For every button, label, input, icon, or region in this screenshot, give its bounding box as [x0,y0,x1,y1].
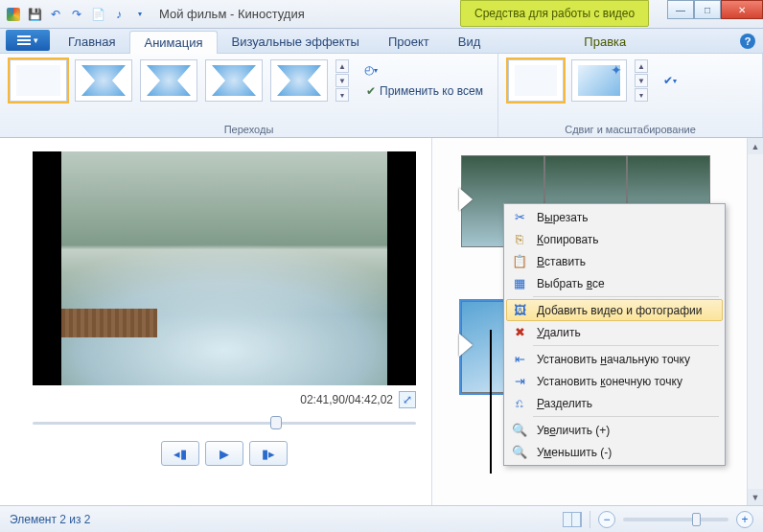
ctx-separator [533,296,719,297]
scissors-icon: ✂ [510,209,529,226]
ctx-separator [533,345,719,346]
tab-visual-effects[interactable]: Визуальные эффекты [218,30,374,53]
group-transitions: ▲ ▼ ▾ ◴▾ ✔ Применить ко всем Переходы [0,54,498,137]
undo-icon[interactable]: ↶ [46,5,65,24]
ctx-add-media[interactable]: 🖼 Добавить видео и фотографии [506,299,723,321]
panzoom-preset-1[interactable] [571,59,627,102]
scroll-up-icon[interactable]: ▲ [748,138,763,154]
document-icon[interactable]: 📄 [88,5,107,24]
preview-pane: 02:41,90/04:42,02 ⤢ ◂▮ ▶ ▮▸ [0,138,431,505]
transition-preset-1[interactable] [75,59,132,102]
next-frame-button[interactable]: ▮▸ [249,441,288,466]
panzoom-apply-icon[interactable]: ✔▾ [661,72,679,89]
app-icon[interactable] [4,5,23,24]
clip-start-marker-icon [459,334,473,357]
quick-access-toolbar: 💾 ↶ ↷ 📄 ♪ ▾ [4,5,150,24]
status-item-count: Элемент 2 из 2 [10,513,91,526]
redo-icon[interactable]: ↷ [67,5,86,24]
view-mode-icon[interactable] [563,512,582,527]
ctx-copy[interactable]: ⎘ Копировать [506,228,723,250]
group-transitions-label: Переходы [10,122,488,135]
gallery-more-icon[interactable]: ▾ [635,88,648,102]
gallery-down-icon[interactable]: ▼ [335,74,349,87]
title-bar: 💾 ↶ ↷ 📄 ♪ ▾ Мой фильм - Киностудия Средс… [0,0,763,29]
panzoom-gallery-scroll: ▲ ▼ ▾ [635,59,648,102]
ribbon-tabs: ▾ Главная Анимация Визуальные эффекты Пр… [0,29,763,54]
ctx-zoom-out[interactable]: 🔍 Уменьшить (-) [506,441,723,463]
menu-icon [17,35,31,45]
close-button[interactable]: ✕ [721,0,763,19]
music-note-icon[interactable]: ♪ [109,5,128,24]
prev-frame-button[interactable]: ◂▮ [161,441,199,466]
minimize-button[interactable]: — [667,0,694,19]
tab-view[interactable]: Вид [444,30,496,53]
tab-project[interactable]: Проект [374,30,444,53]
apply-to-all-label: Применить ко всем [380,84,483,98]
gallery-up-icon[interactable]: ▲ [635,59,648,73]
select-all-icon: ▦ [510,275,529,292]
ctx-zoom-in[interactable]: 🔍 Увеличить (+) [506,419,723,441]
ctx-paste[interactable]: 📋 Вставить [506,250,723,272]
split-icon: ⎌ [510,395,529,412]
copy-icon: ⎘ [510,231,529,248]
ctx-set-end[interactable]: ⇥ Установить конечную точку [506,370,723,392]
zoom-out-icon: 🔍 [510,444,529,461]
group-panzoom-label: Сдвиг и масштабирование [508,122,752,135]
play-button[interactable]: ▶ [205,441,243,466]
group-pan-zoom: ▲ ▼ ▾ ✔▾ Сдвиг и масштабирование [498,54,763,137]
add-media-icon: 🖼 [510,302,529,319]
file-menu-button[interactable]: ▾ [6,30,50,51]
ctx-cut[interactable]: ✂ Вырезать [506,206,723,228]
ctx-split[interactable]: ⎌ Разделить [506,392,723,414]
transition-preset-4[interactable] [270,59,328,102]
clip-start-marker-icon [459,188,473,211]
zoom-slider[interactable] [623,518,728,521]
gallery-up-icon[interactable]: ▲ [335,59,349,73]
transition-duration-icon[interactable]: ◴▾ [362,61,380,79]
ctx-delete[interactable]: ✖ Удалить [506,321,723,343]
contextual-tab-video-tools: Средства для работы с видео [460,0,649,27]
video-preview[interactable] [33,151,416,385]
video-frame-image [61,151,387,385]
gallery-down-icon[interactable]: ▼ [635,74,648,87]
zoom-out-button[interactable]: − [598,511,615,528]
status-bar: Элемент 2 из 2 − + [0,505,763,532]
seek-slider[interactable] [33,414,416,431]
delete-icon: ✖ [510,324,529,341]
scroll-down-icon[interactable]: ▼ [748,489,763,505]
checkmark-icon: ✔ [366,84,376,98]
tab-animation[interactable]: Анимация [129,31,217,54]
zoom-in-button[interactable]: + [736,511,753,528]
zoom-in-icon: 🔍 [510,422,529,439]
ribbon: ▲ ▼ ▾ ◴▾ ✔ Применить ко всем Переходы ▲ … [0,54,763,138]
window-controls: — □ ✕ [667,0,763,19]
transition-none[interactable] [10,59,67,102]
ctx-select-all[interactable]: ▦ Выбрать все [506,272,723,294]
window-title: Мой фильм - Киностудия [159,7,305,21]
maximize-button[interactable]: □ [694,0,721,19]
seek-thumb[interactable] [270,416,282,429]
ctx-set-start[interactable]: ⇤ Установить начальную точку [506,348,723,370]
apply-to-all-button[interactable]: ✔ Применить ко всем [362,82,487,100]
fullscreen-icon[interactable]: ⤢ [399,391,416,408]
gallery-more-icon[interactable]: ▾ [335,88,349,102]
panzoom-none[interactable] [508,59,564,102]
zoom-thumb[interactable] [692,513,701,526]
save-icon[interactable]: 💾 [25,5,44,24]
transitions-gallery-scroll: ▲ ▼ ▾ [335,59,349,102]
transition-preset-3[interactable] [205,59,263,102]
set-start-icon: ⇤ [510,351,529,368]
time-counter: 02:41,90/04:42,02 [300,393,393,406]
set-end-icon: ⇥ [510,373,529,390]
qat-customize-icon[interactable]: ▾ [130,5,150,24]
vertical-scrollbar[interactable]: ▲ ▼ [747,138,763,505]
help-icon[interactable]: ? [740,34,755,49]
context-menu: ✂ Вырезать ⎘ Копировать 📋 Вставить ▦ Выб… [503,203,726,466]
transition-preset-2[interactable] [140,59,197,102]
paste-icon: 📋 [510,253,529,270]
tab-home[interactable]: Главная [54,30,129,53]
tab-edit[interactable]: Правка [569,30,640,53]
playhead-line[interactable] [490,330,492,474]
ctx-separator [533,416,719,417]
playback-controls: ◂▮ ▶ ▮▸ [161,441,288,466]
